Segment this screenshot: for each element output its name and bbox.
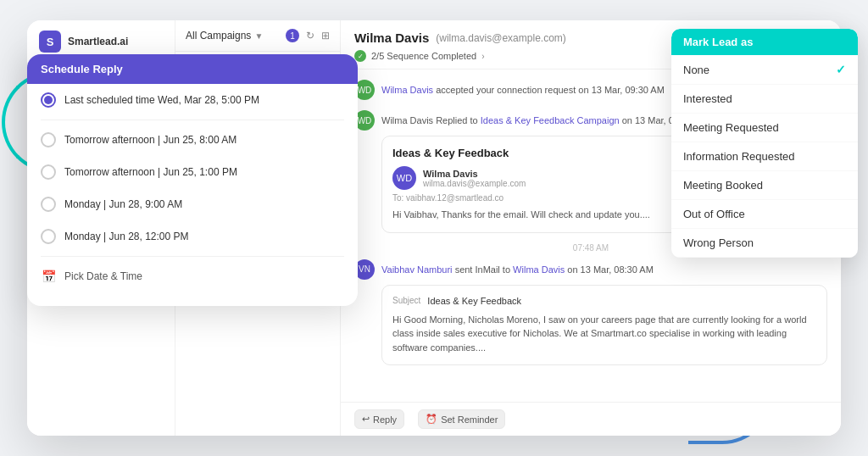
- reply-icon: ↩: [362, 414, 370, 425]
- inmail-card: Subject Ideas & Key Feedback Hi Good Mor…: [381, 285, 827, 366]
- sequence-left: ✓ 2/5 Sequence Completed ›: [354, 50, 485, 62]
- mark-lead-label-out-of-office: Out of Office: [683, 208, 745, 220]
- schedule-option-text-5: Monday | Jun 28, 12:00 PM: [64, 231, 189, 242]
- campaigns-header-icons: 1 ↻ ⊞: [286, 29, 330, 42]
- clock-icon: ⏰: [426, 414, 437, 425]
- email-from-avatar: WD: [392, 166, 416, 190]
- schedule-option-4[interactable]: Monday | Jun 28, 9:00 AM: [27, 188, 358, 220]
- thread-campaign-link[interactable]: Ideas & Key Feedback Campaign: [481, 115, 620, 125]
- divider-2: [41, 256, 344, 257]
- inmail-subject-label: Subject: [392, 296, 420, 305]
- inmail-subject-row: Subject Ideas & Key Feedback: [392, 296, 816, 306]
- mark-lead-item-meeting-booked[interactable]: Meeting Booked: [671, 171, 858, 200]
- thread-actor-link-1[interactable]: Wilma Davis: [381, 85, 433, 95]
- mark-lead-item-out-of-office[interactable]: Out of Office: [671, 200, 858, 229]
- calendar-icon: 📅: [41, 269, 56, 284]
- thread-target-link[interactable]: Wilma Davis: [513, 264, 565, 275]
- campaigns-header: All Campaigns ▼ 1 ↻ ⊞: [175, 20, 340, 52]
- refresh-icon[interactable]: ↻: [306, 30, 314, 42]
- reply-button[interactable]: ↩ Reply: [354, 409, 404, 429]
- mark-lead-item-wrong-person[interactable]: Wrong Person: [671, 229, 858, 258]
- inmail-body: Hi Good Morning, Nicholas Moreno, I saw …: [392, 313, 816, 355]
- schedule-option-3[interactable]: Tomorrow afternoon | Jun 25, 1:00 PM: [27, 156, 358, 188]
- contact-name: Wilma Davis: [354, 31, 429, 45]
- thread-meta-text-3: Vaibhav Namburi sent InMail to Wilma Dav…: [381, 264, 827, 275]
- thread-actor-link-3[interactable]: Vaibhav Namburi: [381, 264, 453, 275]
- thread-meta-3: VN Vaibhav Namburi sent InMail to Wilma …: [354, 259, 827, 280]
- radio-empty-4: [41, 197, 56, 212]
- campaigns-label: All Campaigns ▼: [186, 30, 263, 42]
- schedule-option-5[interactable]: Monday | Jun 28, 12:00 PM: [27, 220, 358, 253]
- schedule-option-text-4: Monday | Jun 28, 9:00 AM: [64, 198, 182, 210]
- mark-lead-header: Mark Lead as: [671, 29, 858, 55]
- mark-lead-label-meeting-requested: Meeting Requested: [683, 121, 779, 134]
- pick-date-label: Pick Date & Time: [64, 270, 142, 282]
- filter-icon[interactable]: ⊞: [321, 30, 330, 42]
- bottom-bar: ↩ Reply ⏰ Set Reminder: [341, 402, 841, 436]
- mark-lead-item-none[interactable]: None ✓: [671, 55, 858, 85]
- schedule-reply-overlay: Schedule Reply Last scheduled time Wed, …: [27, 54, 358, 306]
- inmail-subject-val: Ideas & Key Feedback: [427, 296, 521, 306]
- set-reminder-button[interactable]: ⏰ Set Reminder: [418, 409, 505, 429]
- radio-empty-2: [41, 132, 56, 147]
- logo-name: Smartlead.ai: [68, 36, 128, 47]
- mark-lead-label-interested: Interested: [683, 92, 732, 105]
- reply-label: Reply: [373, 414, 397, 425]
- reminder-label: Set Reminder: [441, 414, 498, 425]
- check-icon-none: ✓: [836, 63, 846, 76]
- mark-lead-label-info-requested: Information Requested: [683, 150, 795, 163]
- radio-inner-1: [44, 96, 53, 104]
- schedule-option-text-3: Tomorrow afternoon | Jun 25, 1:00 PM: [64, 166, 237, 178]
- schedule-header-label: Schedule Reply: [41, 63, 123, 75]
- pick-date-option[interactable]: 📅 Pick Date & Time: [27, 260, 358, 292]
- logo-icon: S: [39, 31, 61, 53]
- schedule-option-1[interactable]: Last scheduled time Wed, Mar 28, 5:00 PM: [27, 84, 358, 116]
- radio-empty-5: [41, 229, 56, 244]
- radio-empty-3: [41, 164, 56, 180]
- divider-1: [41, 120, 344, 120]
- sequence-dot: ✓: [354, 50, 366, 62]
- schedule-header: Schedule Reply: [27, 54, 358, 84]
- sequence-arrow: ›: [481, 52, 484, 61]
- contact-email: (wilma.davis@example.com): [436, 32, 566, 44]
- mark-lead-label-wrong-person: Wrong Person: [683, 236, 754, 249]
- mark-lead-item-meeting-requested[interactable]: Meeting Requested: [671, 114, 858, 142]
- mark-lead-dropdown: Mark Lead as None ✓ Interested Meeting R…: [671, 29, 858, 258]
- schedule-option-text-2: Tomorrow afternoon | Jun 25, 8:00 AM: [64, 134, 236, 146]
- mark-lead-item-interested[interactable]: Interested: [671, 85, 858, 114]
- schedule-option-text-1: Last scheduled time Wed, Mar 28, 5:00 PM: [64, 94, 259, 106]
- radio-outer-1: [41, 92, 56, 108]
- thread-item-3: VN Vaibhav Namburi sent InMail to Wilma …: [354, 259, 827, 366]
- mark-lead-label-meeting-booked: Meeting Booked: [683, 179, 763, 192]
- campaigns-count: 1: [286, 29, 299, 42]
- mark-lead-label-none: None: [683, 64, 709, 76]
- schedule-option-2[interactable]: Tomorrow afternoon | Jun 25, 8:00 AM: [27, 124, 358, 156]
- sequence-text: 2/5 Sequence Completed: [371, 51, 476, 61]
- mark-lead-item-info-requested[interactable]: Information Requested: [671, 142, 858, 171]
